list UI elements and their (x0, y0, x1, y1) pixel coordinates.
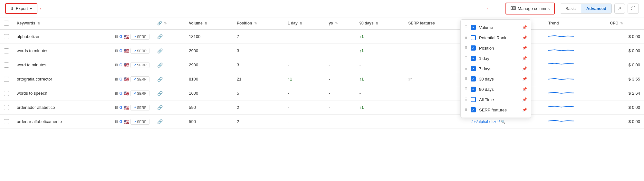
pin-icon[interactable]: 📌 (522, 25, 527, 30)
drag-handle-icon: ⠿ (465, 77, 467, 81)
manage-columns-item[interactable]: ⠿Potential Rank📌 (461, 33, 531, 43)
manage-columns-item[interactable]: ⠿SERP features📌 (461, 105, 531, 115)
desktop-icon: 🖥 (114, 49, 118, 53)
manage-columns-item[interactable]: ⠿1 day📌 (461, 53, 531, 63)
table-row: ordenar alfabeticamente 🖥 G 🇺🇸 ↗ SERP 🔗5… (0, 115, 644, 129)
row-checkbox[interactable] (0, 72, 13, 86)
ninety-days-cell: ↑1 (355, 100, 404, 115)
link-icon-cell[interactable]: 🔗 (153, 72, 185, 86)
device-icons-cell: 🖥 G 🇺🇸 ↗ SERP (111, 100, 153, 115)
serp-label: SERP (137, 49, 147, 53)
column-checkbox[interactable] (471, 97, 476, 102)
keyword-header[interactable]: Keywords ⇅ (13, 17, 111, 29)
pin-icon[interactable]: 📌 (522, 108, 527, 112)
row-checkbox[interactable] (0, 29, 13, 44)
column-checkbox[interactable] (471, 76, 476, 81)
seven-days-header[interactable]: ys ⇅ (325, 17, 355, 29)
pin-icon[interactable]: 📌 (522, 46, 527, 50)
device-icons-cell: 🖥 G 🇺🇸 ↗ SERP (111, 115, 153, 129)
manage-columns-item[interactable]: ⠿All Time📌 (461, 94, 531, 105)
keyword-cell: ordenar alfabeticamente (13, 115, 111, 129)
manage-columns-item[interactable]: ⠿Position📌 (461, 43, 531, 53)
column-checkbox[interactable] (471, 25, 476, 30)
link-icon-cell[interactable]: 🔗 (153, 100, 185, 115)
transfer-icon: ⇄ (408, 77, 412, 82)
pin-icon[interactable]: 📌 (522, 35, 527, 40)
serp-button[interactable]: ↗ SERP (130, 76, 149, 82)
link-icon-cell[interactable]: 🔗 (153, 115, 185, 129)
one-day-cell: - (284, 44, 325, 58)
one-day-cell: ↑1 (284, 72, 325, 86)
table-row: words to speech 🖥 G 🇺🇸 ↗ SERP 🔗16005--- … (0, 86, 644, 100)
serp-button[interactable]: ↗ SERP (130, 34, 149, 40)
drag-handle-icon: ⠿ (465, 35, 467, 40)
manage-columns-item[interactable]: ⠿30 days📌 (461, 74, 531, 84)
serp-button[interactable]: ↗ SERP (130, 90, 149, 96)
trend-sparkline (548, 33, 574, 39)
row-checkbox[interactable] (0, 115, 13, 129)
pin-icon[interactable]: 📌 (522, 77, 527, 81)
manage-columns-button[interactable]: Manage columns (505, 3, 555, 14)
link-icon-cell[interactable]: 🔗 (153, 86, 185, 100)
link-header: 🔗 ⇅ (153, 17, 185, 29)
google-icon: G (120, 34, 122, 39)
cpc-cell: $ 0.00 (606, 100, 644, 115)
fullscreen-button[interactable]: ⛶ (628, 4, 639, 14)
manage-columns-item[interactable]: ⠿90 days📌 (461, 84, 531, 94)
devices-header (111, 17, 153, 29)
column-label: SERP features (479, 108, 519, 112)
column-checkbox[interactable] (471, 66, 476, 71)
manage-columns-item[interactable]: ⠿Volume📌 (461, 22, 531, 33)
row-checkbox[interactable] (0, 44, 13, 58)
volume-header[interactable]: Volume ⇅ (185, 17, 233, 29)
drag-handle-icon: ⠿ (465, 108, 467, 112)
cpc-header[interactable]: CPC ⇅ (606, 17, 644, 29)
trend-icon-button[interactable]: ↗ (614, 4, 625, 14)
trend-sparkline (548, 90, 574, 96)
pin-icon[interactable]: 📌 (522, 97, 527, 102)
table-row: word to minutes 🖥 G 🇺🇸 ↗ SERP 🔗29003--- … (0, 58, 644, 72)
position-header[interactable]: Position ⇅ (233, 17, 284, 29)
manage-columns-item[interactable]: ⠿7 days📌 (461, 63, 531, 74)
trend-sparkline (548, 118, 574, 124)
serp-trend-icon: ↗ (133, 63, 136, 67)
serp-button[interactable]: ↗ SERP (130, 62, 149, 68)
export-button[interactable]: ⬇ Export ▾ (5, 3, 37, 14)
rank-link[interactable]: /es/alphabetizer/ 🔍 (471, 119, 505, 124)
column-checkbox[interactable] (471, 107, 476, 112)
sort-icon-volume: ⇅ (205, 22, 207, 25)
download-icon: ⬇ (10, 6, 14, 11)
row-checkbox[interactable] (0, 86, 13, 100)
row-checkbox[interactable] (0, 58, 13, 72)
volume-cell: 18100 (185, 29, 233, 44)
table-container: Keywords ⇅ 🔗 ⇅ Volume ⇅ Position ⇅ 1 d (0, 17, 644, 129)
toolbar: ⬇ Export ▾ ← → Manage columns Basic Adva… (0, 0, 644, 17)
basic-view-button[interactable]: Basic (560, 4, 581, 13)
drag-handle-icon: ⠿ (465, 25, 467, 30)
export-label: Export (16, 6, 28, 11)
row-checkbox[interactable] (0, 100, 13, 115)
select-all-checkbox[interactable] (0, 17, 13, 29)
device-icons-cell: 🖥 G 🇺🇸 ↗ SERP (111, 86, 153, 100)
link-icon-cell[interactable]: 🔗 (153, 29, 185, 44)
sort-icon-90days: ⇅ (376, 22, 378, 25)
advanced-view-button[interactable]: Advanced (581, 4, 611, 13)
ninety-days-header[interactable]: 90 days ⇅ (355, 17, 404, 29)
cpc-cell: $ 0.00 (606, 115, 644, 129)
serp-button[interactable]: ↗ SERP (130, 119, 149, 125)
pin-icon[interactable]: 📌 (522, 56, 527, 61)
trend-chart-icon: ↗ (618, 6, 621, 11)
serp-features-cell (404, 44, 467, 58)
serp-button[interactable]: ↗ SERP (130, 105, 149, 110)
pin-icon[interactable]: 📌 (522, 87, 527, 91)
serp-button[interactable]: ↗ SERP (130, 48, 149, 54)
cpc-cell: $ 0.00 (606, 29, 644, 44)
column-checkbox[interactable] (471, 56, 476, 61)
link-icon-cell[interactable]: 🔗 (153, 58, 185, 72)
link-icon-cell[interactable]: 🔗 (153, 44, 185, 58)
one-day-header[interactable]: 1 day ⇅ (284, 17, 325, 29)
column-checkbox[interactable] (471, 35, 476, 40)
column-checkbox[interactable] (471, 87, 476, 92)
pin-icon[interactable]: 📌 (522, 66, 527, 71)
column-checkbox[interactable] (471, 45, 476, 51)
